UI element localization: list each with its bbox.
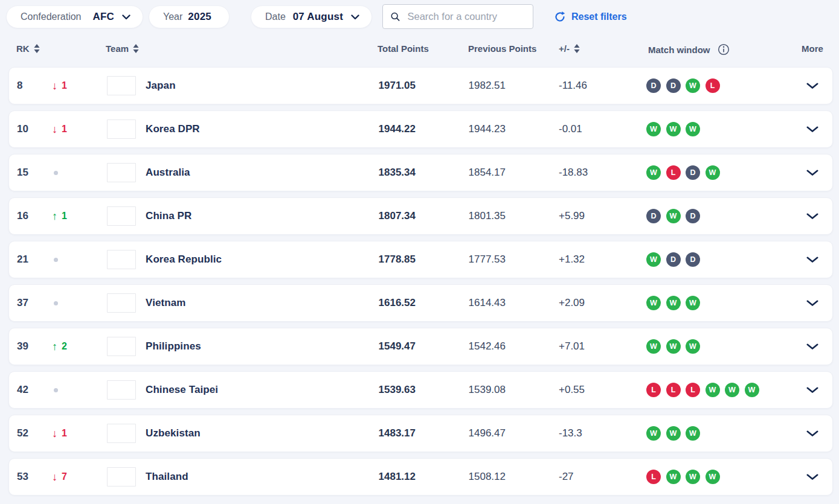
sort-arrows-icon <box>34 44 40 53</box>
team-row[interactable]: 53 ↓7 Thailand 1481.12 1508.12 -27 LWWW <box>8 458 833 496</box>
refresh-icon <box>554 11 566 23</box>
flag-thailand <box>107 467 136 486</box>
movement-value: 1 <box>62 80 67 91</box>
header-total-points: Total Points <box>378 43 429 54</box>
team-row[interactable]: 37 Vietnam 1616.52 1614.43 +2.09 WWW <box>8 284 833 322</box>
match-result-badge: W <box>666 426 681 441</box>
year-filter-value: 2025 <box>188 11 211 23</box>
search-box[interactable] <box>382 4 533 29</box>
previous-points: 1542.46 <box>416 340 506 352</box>
total-points: 1835.34 <box>361 167 416 179</box>
previous-points: 1508.12 <box>416 471 506 483</box>
match-result-badge: W <box>706 470 720 484</box>
expand-chevron-icon[interactable] <box>806 257 818 263</box>
match-result-badge: W <box>666 296 681 310</box>
match-window-results: WWW <box>646 122 792 136</box>
match-window-results: WLDW <box>646 165 792 180</box>
movement-value: 1 <box>62 124 67 135</box>
match-window-results: LWWW <box>646 470 792 484</box>
match-result-badge: W <box>646 122 661 136</box>
team-name: Uzbekistan <box>146 427 361 439</box>
match-result-badge: D <box>666 78 681 93</box>
match-result-badge: W <box>646 252 661 267</box>
expand-chevron-icon[interactable] <box>806 474 818 480</box>
match-window-results: WWW <box>646 296 792 310</box>
header-delta-label: +/- <box>559 43 570 54</box>
expand-chevron-icon[interactable] <box>806 300 818 307</box>
expand-chevron-icon[interactable] <box>806 343 818 350</box>
previous-points: 1944.23 <box>416 123 506 135</box>
flag-korea-dpr <box>107 120 136 139</box>
date-filter-dropdown[interactable]: Date 07 August <box>251 5 372 28</box>
header-match-window-label: Match window <box>648 45 710 55</box>
match-window-results: WWW <box>646 426 792 441</box>
expand-chevron-icon[interactable] <box>806 430 818 437</box>
team-row[interactable]: 8 ↓1 Japan 1971.05 1982.51 -11.46 DDWL <box>8 67 833 104</box>
total-points: 1539.63 <box>361 384 416 396</box>
header-team-sort[interactable]: Team <box>106 43 139 54</box>
movement-value: 2 <box>62 341 67 352</box>
year-filter-dropdown[interactable]: Year 2025 <box>149 5 230 28</box>
expand-chevron-icon[interactable] <box>806 387 818 394</box>
match-window-results: WDD <box>646 252 792 267</box>
match-result-badge: W <box>706 165 720 180</box>
rank-value: 8 <box>17 80 52 92</box>
match-result-badge: W <box>646 426 661 441</box>
flag-japan <box>107 76 136 95</box>
points-delta: +5.99 <box>506 210 646 222</box>
match-result-badge: W <box>646 296 661 310</box>
rank-value: 15 <box>17 167 52 179</box>
flag-uzbekistan <box>107 424 136 443</box>
total-points: 1549.47 <box>361 340 416 352</box>
header-delta-sort[interactable]: +/- <box>559 43 580 54</box>
info-icon[interactable] <box>718 43 730 56</box>
match-result-badge: D <box>686 209 700 223</box>
expand-chevron-icon[interactable] <box>806 213 818 220</box>
match-result-badge: W <box>686 426 700 441</box>
expand-chevron-icon[interactable] <box>806 83 818 89</box>
rank-value: 52 <box>17 427 52 439</box>
movement-down-arrow-icon: ↓ <box>52 471 57 482</box>
team-row[interactable]: 39 ↑2 Philippines 1549.47 1542.46 +7.01 … <box>8 328 833 365</box>
match-result-badge: W <box>666 339 681 354</box>
confederation-filter-value: AFC <box>92 11 114 23</box>
previous-points: 1801.35 <box>416 210 506 222</box>
team-row[interactable]: 21 Korea Republic 1778.85 1777.53 +1.32 … <box>8 241 833 278</box>
confederation-filter-dropdown[interactable]: Confederation AFC <box>6 5 143 28</box>
search-input[interactable] <box>407 11 526 22</box>
total-points: 1971.05 <box>361 80 416 92</box>
team-row[interactable]: 42 Chinese Taipei 1539.63 1539.08 +0.55 … <box>8 371 833 409</box>
match-result-badge: W <box>686 339 700 354</box>
points-delta: -11.46 <box>506 80 646 92</box>
header-rank-label: RK <box>16 43 30 54</box>
points-delta: +7.01 <box>506 340 646 352</box>
movement-down-arrow-icon: ↓ <box>52 124 57 135</box>
team-name: Korea Republic <box>146 254 361 266</box>
team-row[interactable]: 52 ↓1 Uzbekistan 1483.17 1496.47 -13.3 W… <box>8 415 833 452</box>
points-delta: +0.55 <box>506 384 646 396</box>
date-filter-label: Date <box>265 11 286 22</box>
expand-chevron-icon[interactable] <box>806 170 818 176</box>
rank-value: 37 <box>17 297 52 309</box>
header-rank-sort[interactable]: RK <box>16 43 40 54</box>
expand-chevron-icon[interactable] <box>806 126 818 133</box>
team-row[interactable]: 10 ↓1 Korea DPR 1944.22 1944.23 -0.01 WW… <box>8 110 833 148</box>
movement-value: 1 <box>62 211 67 222</box>
movement-value: 7 <box>62 471 67 482</box>
table-header: RK Team Total Points Previous Points +/-… <box>8 43 833 59</box>
match-result-badge: L <box>646 470 661 484</box>
flag-australia <box>107 163 136 182</box>
team-row[interactable]: 16 ↑1 China PR 1807.34 1801.35 +5.99 DWD <box>8 197 833 235</box>
match-result-badge: D <box>666 252 681 267</box>
reset-filters-button[interactable]: Reset filters <box>554 10 627 24</box>
previous-points: 1854.17 <box>416 167 506 179</box>
team-row[interactable]: 15 Australia 1835.34 1854.17 -18.83 WLDW <box>8 154 833 191</box>
flag-chinese-taipei <box>107 380 136 400</box>
rank-movement <box>52 171 107 175</box>
movement-none-dot <box>54 258 58 262</box>
movement-down-arrow-icon: ↓ <box>52 80 57 91</box>
flag-china-pr <box>107 206 136 226</box>
match-result-badge: L <box>666 383 681 397</box>
rank-movement <box>52 258 107 262</box>
sort-arrows-icon <box>574 44 580 53</box>
